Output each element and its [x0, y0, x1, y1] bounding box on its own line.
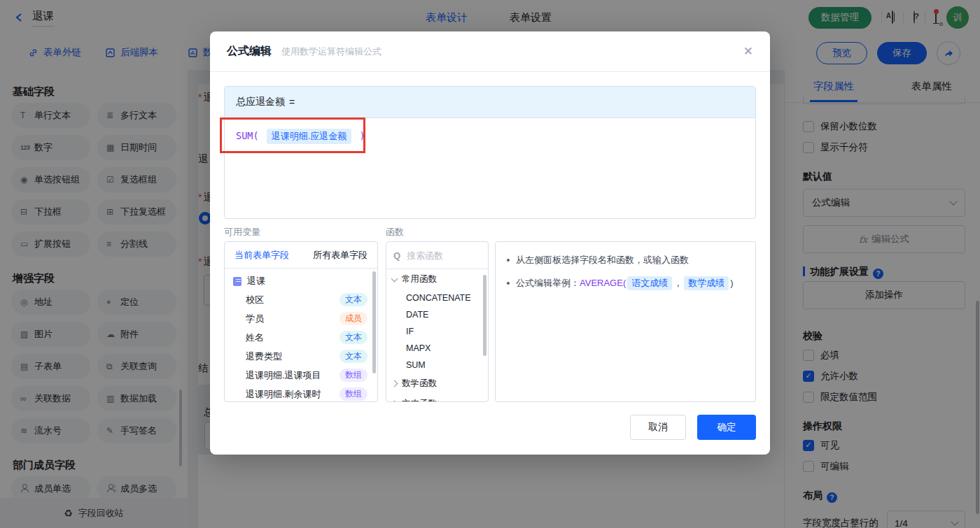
tip-line-1: 从左侧面板选择字段名和函数，或输入函数: [507, 253, 744, 267]
variable-type-tag: 成员: [340, 312, 368, 325]
variable-type-tag: 文本: [340, 331, 368, 344]
variable-name: 校区: [246, 294, 264, 306]
function-item-CONCATENATE[interactable]: CONCATENATE: [386, 290, 488, 306]
variable-name: 学员: [246, 313, 264, 325]
functions-panel: Q 常用函数CONCATENATEDATEIFMAPXSUM数学函数文本函数: [386, 241, 489, 402]
modal-footer: 取消 确定: [630, 415, 756, 440]
function-group-常用函数[interactable]: 常用函数: [386, 269, 488, 290]
cancel-button[interactable]: 取消: [630, 415, 686, 440]
variable-type-tag: 文本: [340, 293, 368, 306]
variable-name: 退费类型: [246, 350, 282, 363]
example-chip-2: 数学成绩: [684, 276, 729, 290]
form-doc-icon: [233, 277, 241, 286]
modal-header: 公式编辑 使用数学运算符编辑公式 ✕: [210, 31, 770, 72]
function-item-IF[interactable]: IF: [386, 323, 488, 340]
function-group-数学函数[interactable]: 数学函数: [386, 373, 488, 394]
tips-panel: 从左侧面板选择字段名和函数，或输入函数 公式编辑举例：AVERAGE(语文成绩，…: [495, 241, 756, 402]
function-item-DATE[interactable]: DATE: [386, 306, 488, 323]
formula-edit-modal: 公式编辑 使用数学运算符编辑公式 ✕ 总应退金额 = SUM( 退课明细.应退金…: [210, 31, 770, 455]
functions-label: 函数: [386, 226, 404, 238]
variable-row[interactable]: 退费类型文本: [225, 347, 377, 366]
form-root-node[interactable]: 退课: [225, 269, 377, 290]
function-group-文本函数[interactable]: 文本函数: [386, 394, 488, 402]
variable-row[interactable]: 校区文本: [225, 290, 377, 309]
function-item-SUM[interactable]: SUM: [386, 357, 488, 373]
functions-scrollbar[interactable]: [483, 275, 486, 356]
variable-row[interactable]: 姓名文本: [225, 328, 377, 347]
chevron-right-icon: [391, 401, 398, 402]
confirm-button[interactable]: 确定: [697, 415, 756, 440]
tip-line-2: 公式编辑举例：AVERAGE(语文成绩，数学成绩): [507, 276, 744, 290]
variable-type-tag: 数组: [340, 387, 368, 401]
formula-target-row: 总应退金额 =: [225, 87, 755, 118]
variable-row[interactable]: 退课明细.退课项目数组: [225, 366, 377, 385]
variables-label: 可用变量: [224, 226, 260, 238]
modal-subtitle: 使用数学运算符编辑公式: [281, 45, 382, 58]
function-item-MAPX[interactable]: MAPX: [386, 340, 488, 357]
function-group-label: 文本函数: [402, 398, 437, 402]
example-chip-1: 语文成绩: [627, 276, 672, 290]
variable-name: 姓名: [246, 331, 264, 344]
function-group-label: 数学函数: [402, 378, 437, 390]
annotation-highlight-box: [220, 117, 365, 153]
function-search-input[interactable]: [405, 250, 471, 262]
function-search[interactable]: Q: [386, 242, 488, 269]
variables-scrollbar[interactable]: [372, 271, 376, 373]
bullet-icon: [507, 259, 510, 262]
example-function: AVERAGE(: [580, 278, 626, 288]
variables-tabs: 当前表单字段所有表单字段: [225, 242, 377, 269]
function-group-label: 常用函数: [402, 273, 437, 285]
variable-name: 退课明细.退课项目: [246, 369, 321, 382]
app-root: 退课 表单设计表单设置 数据管理 训 表单外链: [0, 0, 980, 528]
variable-row[interactable]: 退课明细.剩余课时数组: [225, 385, 377, 402]
close-icon[interactable]: ✕: [743, 44, 753, 59]
variable-type-tag: 文本: [340, 350, 368, 363]
variables-tab-当前表单字段[interactable]: 当前表单字段: [234, 249, 289, 262]
chevron-down-icon: [391, 275, 398, 282]
variable-type-tag: 数组: [340, 369, 368, 382]
variables-panel: 当前表单字段所有表单字段 退课 校区文本学员成员姓名文本退费类型文本退课明细.退…: [224, 241, 378, 402]
variables-tab-所有表单字段[interactable]: 所有表单字段: [313, 249, 368, 262]
chevron-right-icon: [391, 380, 398, 387]
bullet-icon: [507, 282, 510, 285]
variable-row[interactable]: 学员成员: [225, 309, 377, 328]
modal-title: 公式编辑: [227, 44, 272, 59]
variable-name: 退课明细.剩余课时: [246, 388, 321, 401]
search-icon: Q: [393, 250, 400, 261]
